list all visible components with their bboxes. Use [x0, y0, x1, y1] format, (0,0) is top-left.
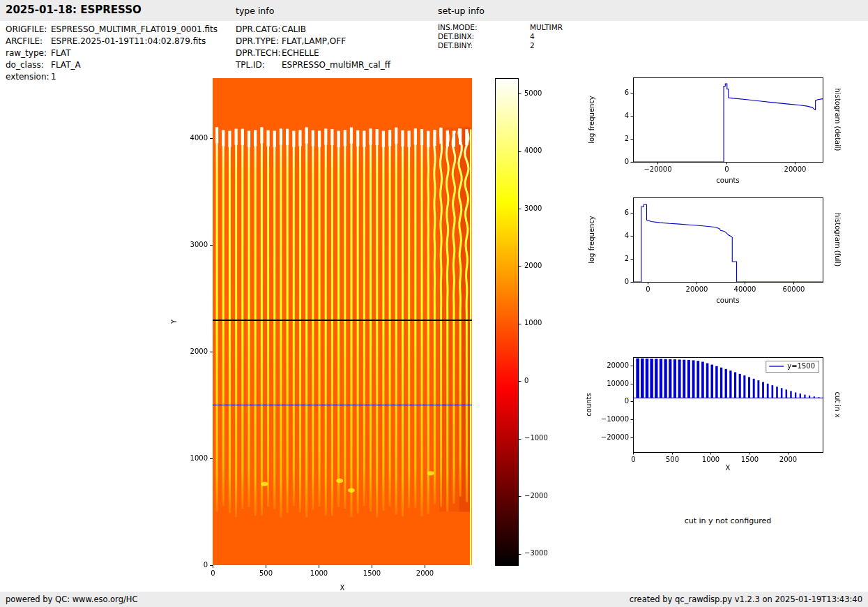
raw-type-row: raw_type: FLAT [6, 47, 218, 59]
det-biny-row: DET.BINY: 2 [438, 41, 563, 50]
do-class-label: do_class: [6, 59, 51, 71]
det-binx-value: 4 [530, 32, 535, 41]
origfile-row: ORIGFILE: ESPRESSO_MULTIMR_FLAT019_0001.… [6, 24, 218, 36]
dpr-catg-row: DPR.CATG: CALIB [236, 24, 390, 36]
arcfile-label: ARCFILE: [6, 36, 51, 47]
dpr-catg-value: CALIB [282, 24, 306, 36]
raw-image-heatmap [164, 70, 485, 593]
det-biny-value: 2 [530, 41, 535, 50]
ins-mode-label: INS.MODE: [438, 23, 530, 32]
origfile-value: ESPRESSO_MULTIMR_FLAT019_0001.fits [51, 24, 218, 36]
footer-right: created by qc_rawdisp.py v1.2.3 on 2025-… [630, 592, 862, 607]
ins-mode-value: MULTIMR [530, 23, 563, 32]
origfile-label: ORIGFILE: [6, 24, 51, 36]
arcfile-row: ARCFILE: ESPRE.2025-01-19T11:04:02.879.f… [6, 36, 218, 47]
det-biny-label: DET.BINY: [438, 41, 530, 50]
footer-left: powered by QC: www.eso.org/HC [6, 592, 137, 607]
cut-in-x-plot [579, 347, 851, 484]
setup-info-heading: set-up info [438, 6, 485, 16]
dpr-tech-value: ECHELLE [282, 47, 319, 59]
dpr-tech-row: DPR.TECH: ECHELLE [236, 47, 390, 59]
do-class-value: FLAT_A [51, 59, 81, 71]
extension-label: extension: [6, 71, 51, 83]
det-binx-row: DET.BINX: 4 [438, 32, 563, 41]
colorbar [488, 70, 572, 593]
dpr-type-label: DPR.TYPE: [236, 36, 282, 47]
extension-value: 1 [51, 71, 56, 83]
ins-mode-row: INS.MODE: MULTIMR [438, 23, 563, 32]
type-info-heading: type info [236, 6, 274, 16]
setup-info-block: INS.MODE: MULTIMR DET.BINX: 4 DET.BINY: … [438, 23, 563, 50]
dpr-type-value: FLAT,LAMP,OFF [282, 36, 346, 47]
dpr-catg-label: DPR.CATG: [236, 24, 282, 36]
type-info-block: DPR.CATG: CALIB DPR.TYPE: FLAT,LAMP,OFF … [236, 24, 390, 71]
det-binx-label: DET.BINX: [438, 32, 530, 41]
histogram-detail-plot [579, 68, 851, 194]
header-bar: 2025-01-18: ESPRESSO type info set-up in… [0, 0, 868, 21]
dpr-type-row: DPR.TYPE: FLAT,LAMP,OFF [236, 36, 390, 47]
raw-type-value: FLAT [51, 47, 70, 59]
footer-bar: powered by QC: www.eso.org/HC created by… [0, 592, 868, 607]
page-title: 2025-01-18: ESPRESSO [6, 3, 142, 16]
dpr-tech-label: DPR.TECH: [236, 47, 282, 59]
histogram-full-plot [579, 188, 851, 314]
arcfile-value: ESPRE.2025-01-19T11:04:02.879.fits [51, 36, 206, 47]
raw-type-label: raw_type: [6, 47, 51, 59]
cut-in-y-note: cut in y not configured [633, 516, 823, 525]
